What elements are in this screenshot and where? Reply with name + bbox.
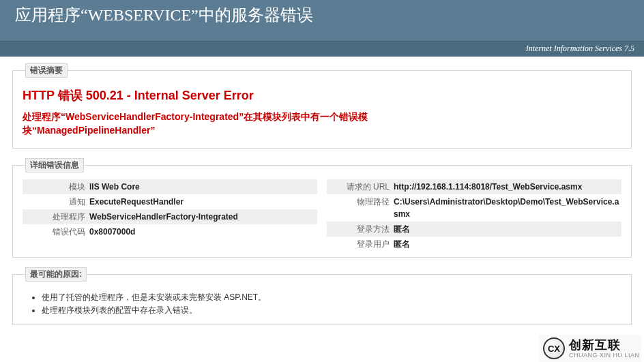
detail-row: 错误代码0x8007000d (23, 224, 317, 239)
brand-name-cn: 创新互联 (569, 339, 640, 351)
detail-row: 登录用户匿名 (327, 237, 621, 252)
detail-label: 请求的 URL (327, 181, 394, 193)
page-title: 应用程序“WEBSERVICE”中的服务器错误 (0, 0, 644, 26)
detail-value: 匿名 (394, 238, 621, 250)
cause-item: 使用了托管的处理程序，但是未安装或未完整安装 ASP.NET。 (42, 291, 621, 304)
iis-version-strip: Internet Information Services 7.5 (0, 42, 644, 57)
detail-value: http://192.168.1.114:8018/Test_WebServic… (394, 181, 621, 193)
details-left-column: 模块IIS Web Core通知ExecuteRequestHandler处理程… (23, 179, 317, 252)
detail-label: 通知 (23, 196, 89, 208)
error-subtitle: 处理程序“WebServiceHandlerFactory-Integrated… (23, 110, 466, 137)
detail-row: 请求的 URLhttp://192.168.1.114:8018/Test_We… (327, 179, 621, 194)
detail-label: 错误代码 (23, 226, 89, 238)
detail-row: 物理路径C:\Users\Administrator\Desktop\Demo\… (327, 194, 621, 222)
detail-value: ExecuteRequestHandler (89, 196, 317, 208)
error-title: HTTP 错误 500.21 - Internal Server Error (23, 87, 621, 104)
detail-row: 处理程序WebServiceHandlerFactory-Integrated (23, 209, 317, 224)
detail-label: 登录用户 (327, 238, 394, 250)
likely-causes-box: 最可能的原因: 使用了托管的处理程序，但是未安装或未完整安装 ASP.NET。处… (12, 267, 632, 325)
cause-item: 处理程序模块列表的配置中存在录入错误。 (42, 304, 621, 317)
detail-row: 通知ExecuteRequestHandler (23, 194, 317, 209)
detail-label: 模块 (23, 181, 89, 193)
detail-row: 登录方法匿名 (327, 222, 621, 237)
brand-watermark: CX 创新互联 CHUANG XIN HU LIAN (539, 335, 641, 362)
detail-label: 物理路径 (327, 196, 394, 208)
detail-value: 0x8007000d (89, 226, 317, 238)
page-header: 应用程序“WEBSERVICE”中的服务器错误 (0, 0, 644, 42)
error-summary-box: 错误摘要 HTTP 错误 500.21 - Internal Server Er… (12, 63, 632, 149)
detail-value: WebServiceHandlerFactory-Integrated (89, 211, 317, 223)
detail-label: 处理程序 (23, 211, 89, 223)
error-summary-legend: 错误摘要 (25, 63, 68, 78)
likely-causes-list: 使用了托管的处理程序，但是未安装或未完整安装 ASP.NET。处理程序模块列表的… (42, 291, 621, 317)
detail-value: 匿名 (394, 223, 621, 235)
detail-value: IIS Web Core (89, 181, 317, 193)
detail-row: 模块IIS Web Core (23, 179, 317, 194)
error-details-box: 详细错误信息 模块IIS Web Core通知ExecuteRequestHan… (12, 158, 632, 258)
error-details-legend: 详细错误信息 (25, 158, 84, 172)
details-right-column: 请求的 URLhttp://192.168.1.114:8018/Test_We… (327, 179, 621, 252)
detail-label: 登录方法 (327, 223, 394, 235)
detail-value: C:\Users\Administrator\Desktop\Demo\Test… (394, 196, 621, 220)
likely-causes-legend: 最可能的原因: (25, 267, 87, 282)
brand-logo-icon: CX (543, 337, 565, 359)
brand-name-pinyin: CHUANG XIN HU LIAN (569, 352, 640, 359)
